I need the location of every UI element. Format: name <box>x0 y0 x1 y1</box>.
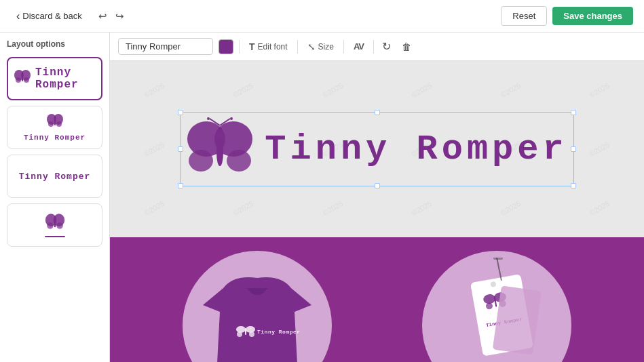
butterfly-underline <box>45 236 65 237</box>
size-label: Size <box>318 42 334 52</box>
layout-option-2-text: Tinny Romper <box>24 134 86 142</box>
toolbar-right: Reset Save changes <box>501 6 633 26</box>
redo-icon: ↪ <box>115 10 124 22</box>
svg-point-22 <box>207 117 210 120</box>
watermark-1: ©2025 <box>143 81 166 100</box>
sidebar-title: Layout options <box>7 39 102 49</box>
layout-option-2[interactable]: Tinny Romper <box>7 106 102 149</box>
size-button[interactable]: ⤡ Size <box>303 39 338 54</box>
butterfly-icon-2 <box>45 113 64 131</box>
watermark-2: ©2025 <box>232 81 255 100</box>
logo-content: Tinny Romper <box>186 115 567 183</box>
layout-option-4[interactable] <box>7 203 102 247</box>
handle-mid-right[interactable] <box>571 146 576 152</box>
watermark-15: ©2025 <box>321 199 344 217</box>
svg-point-24 <box>230 117 233 120</box>
separator-1 <box>239 40 240 54</box>
layout-option-3[interactable]: Tinny Romper <box>7 155 102 198</box>
svg-rect-9 <box>54 116 56 125</box>
handle-bot-center[interactable] <box>375 183 380 188</box>
svg-point-29 <box>249 331 254 337</box>
layout-option-1-text: Tinny Romper <box>35 66 96 91</box>
selection-box: Tinny Romper <box>180 112 573 186</box>
svg-rect-4 <box>22 72 23 81</box>
secondary-toolbar: T Edit font ⤡ Size AV ↻ 🗑 <box>110 33 644 61</box>
separator-2 <box>297 40 298 54</box>
watermark-3: ©2025 <box>321 81 344 100</box>
delete-button[interactable]: 🗑 <box>399 39 414 55</box>
layout-option-3-text: Tinny Romper <box>19 172 91 182</box>
svg-point-2 <box>16 77 21 83</box>
svg-rect-42 <box>493 258 503 260</box>
logo-brand-text: Tinny Romper <box>265 129 567 169</box>
watermark-17: ©2025 <box>499 199 522 217</box>
butterfly-icon-1 <box>14 69 31 88</box>
handle-bot-left[interactable] <box>178 183 183 188</box>
selected-logo-container[interactable]: Tinny Romper <box>180 112 573 186</box>
watermark-4: ©2025 <box>410 81 433 100</box>
rotate-icon: ↻ <box>382 40 391 53</box>
butterfly-logo-icon <box>186 115 254 183</box>
tshirt-svg: Tinny Romper <box>203 268 311 362</box>
color-swatch[interactable] <box>219 39 233 54</box>
rotate-button[interactable]: ↻ <box>379 37 394 56</box>
svg-point-25 <box>218 127 222 132</box>
brand-name-input[interactable] <box>118 38 213 55</box>
edit-font-label: Edit font <box>258 42 288 52</box>
save-changes-button[interactable]: Save changes <box>552 7 633 25</box>
svg-line-41 <box>497 258 501 281</box>
handle-top-right[interactable] <box>571 110 576 115</box>
svg-point-3 <box>24 77 29 83</box>
svg-point-12 <box>47 222 53 228</box>
svg-rect-30 <box>245 328 246 335</box>
svg-point-20 <box>216 139 223 166</box>
handle-bot-right[interactable] <box>571 183 576 188</box>
tshirt-mockup-circle: Tinny Romper <box>183 251 332 362</box>
undo-icon: ↩ <box>98 10 107 22</box>
watermark-14: ©2025 <box>232 199 255 217</box>
chevron-left-icon: ‹ <box>16 10 20 22</box>
handle-top-center[interactable] <box>375 110 380 115</box>
arrow-svg <box>259 33 307 37</box>
svg-point-28 <box>237 331 242 337</box>
handle-mid-left[interactable] <box>178 146 183 152</box>
svg-text:Tinny Romper: Tinny Romper <box>257 329 301 335</box>
sidebar: Layout options Tinny Romper <box>0 33 110 362</box>
main-content: Layout options Tinny Romper <box>0 33 644 362</box>
butterfly-icon-4 <box>44 213 66 233</box>
svg-point-8 <box>56 121 62 127</box>
layout-option-4-content <box>44 213 66 237</box>
layout-option-1[interactable]: Tinny Romper <box>7 57 102 100</box>
svg-point-13 <box>56 222 62 228</box>
svg-point-26 <box>236 326 246 333</box>
letter-spacing-button[interactable]: AV <box>349 39 368 54</box>
handle-top-left[interactable] <box>178 110 183 115</box>
undo-redo-group: ↩ ↪ <box>96 7 127 25</box>
watermark-18: ©2025 <box>588 199 611 217</box>
watermark-16: ©2025 <box>410 199 433 217</box>
tag-svg: Tinny Romper <box>429 258 565 362</box>
layout-option-2-content: Tinny Romper <box>24 113 86 142</box>
edit-font-button[interactable]: T Edit font <box>245 39 292 54</box>
letter-spacing-icon: AV <box>354 41 364 52</box>
svg-point-17 <box>189 150 213 172</box>
discard-back-button[interactable]: ‹ Discard & back <box>11 7 88 25</box>
tag-mockup-circle: Tinny Romper <box>422 251 571 362</box>
svg-point-19 <box>227 150 251 172</box>
mockup-section: Tinny Romper <box>110 237 644 362</box>
reset-button[interactable]: Reset <box>501 6 547 26</box>
toolbar-left: ‹ Discard & back ↩ ↪ <box>11 7 127 25</box>
watermark-5: ©2025 <box>499 81 522 100</box>
top-toolbar: ‹ Discard & back ↩ ↪ Reset Save changes <box>0 0 644 33</box>
separator-3 <box>343 40 344 54</box>
delete-icon: 🗑 <box>402 41 411 52</box>
redo-button[interactable]: ↪ <box>113 7 127 25</box>
canvas-area: T Edit font ⤡ Size AV ↻ 🗑 <box>110 33 644 362</box>
svg-point-27 <box>246 326 255 333</box>
watermark-6: ©2025 <box>588 81 611 100</box>
watermark-12: ©2025 <box>588 140 611 159</box>
watermark-7: ©2025 <box>143 140 166 159</box>
svg-point-7 <box>48 121 54 127</box>
size-icon: ⤡ <box>307 41 316 52</box>
undo-button[interactable]: ↩ <box>96 7 110 25</box>
